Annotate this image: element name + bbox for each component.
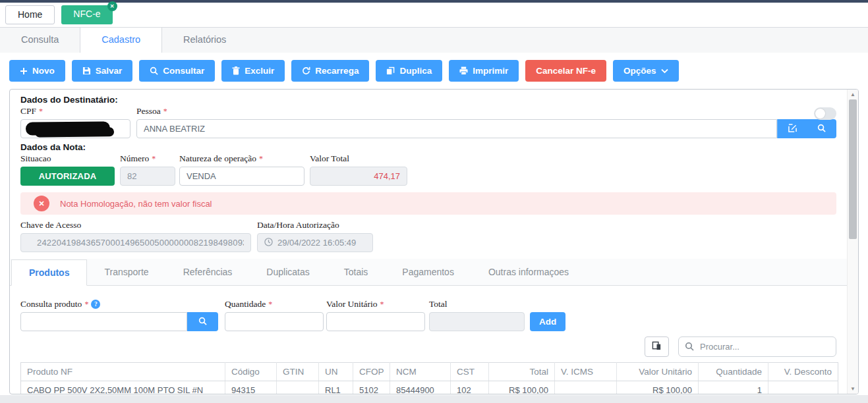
autorizacao-row: Chave de Acesso Data/Hora Autorização 29… xyxy=(20,220,836,252)
cpf-label: CPF* xyxy=(20,106,130,117)
toggle-switch[interactable] xyxy=(814,107,836,120)
valor-unitario-label: Valor Unitário* xyxy=(326,299,425,309)
close-icon[interactable]: ✕ xyxy=(107,1,117,11)
vertical-scrollbar[interactable]: ▲ ▼ xyxy=(847,90,858,394)
alert-message: Nota Homologação, não tem valor fiscal xyxy=(60,199,212,209)
cell-cfop: 5102 xyxy=(353,381,390,395)
search-person-button[interactable] xyxy=(807,119,836,138)
col-total[interactable]: Total xyxy=(489,363,555,381)
quantidade-label: Quantidade* xyxy=(225,299,324,309)
trash-icon xyxy=(232,67,240,75)
scroll-down-arrow[interactable]: ▼ xyxy=(848,384,858,394)
edit-icon xyxy=(788,124,797,134)
numero-label: Número* xyxy=(120,153,175,164)
subtab-pagamentos[interactable]: Pagamentos xyxy=(385,259,471,286)
natureza-label: Natureza de operação* xyxy=(179,153,304,164)
floppy-icon xyxy=(82,67,91,75)
search-icon xyxy=(817,124,826,134)
natureza-input[interactable] xyxy=(179,167,304,186)
edit-person-button[interactable] xyxy=(777,119,807,138)
col-un[interactable]: UN xyxy=(319,363,353,381)
window-tab-nfce-label: NFC-e xyxy=(73,9,100,19)
copy-table-button[interactable] xyxy=(645,336,669,357)
novo-button[interactable]: Novo xyxy=(9,60,65,82)
salvar-button[interactable]: Salvar xyxy=(72,60,133,82)
subtab-duplicatas[interactable]: Duplicatas xyxy=(249,259,326,286)
col-codigo[interactable]: Código xyxy=(225,363,277,381)
imprimir-button[interactable]: Imprimir xyxy=(449,60,519,82)
homologacao-alert: ✕ Nota Homologação, não tem valor fiscal xyxy=(20,192,836,215)
valor-total-input xyxy=(310,167,407,186)
copy-icon xyxy=(652,341,662,353)
quantidade-input[interactable] xyxy=(225,312,324,331)
novo-label: Novo xyxy=(32,66,55,76)
col-v-desconto[interactable]: V. Desconto xyxy=(768,363,838,381)
printer-icon xyxy=(459,67,468,75)
window-tab-home[interactable]: Home xyxy=(5,5,55,24)
cell-gtin xyxy=(277,381,319,395)
salvar-label: Salvar xyxy=(96,66,123,76)
consulta-produto-input[interactable] xyxy=(20,312,187,331)
tab-cadastro[interactable]: Cadastro xyxy=(80,28,162,53)
cell-v-icms xyxy=(555,381,617,395)
consultar-button[interactable]: Consultar xyxy=(139,60,215,82)
question-circle-icon[interactable]: ? xyxy=(91,300,100,309)
x-circle-icon: ✕ xyxy=(34,196,49,211)
table-search-input[interactable] xyxy=(678,336,836,357)
col-cst[interactable]: CST xyxy=(451,363,489,381)
refresh-icon xyxy=(302,67,310,75)
pessoa-label: Pessoa* xyxy=(136,106,836,117)
data-autorizacao-label: Data/Hora Autorização xyxy=(257,220,373,230)
subtab-totais[interactable]: Totais xyxy=(327,259,386,286)
col-valor-unitario[interactable]: Valor Unitário xyxy=(617,363,699,381)
detail-tab-bar: Produtos Transporte Referências Duplicat… xyxy=(10,259,847,286)
opcoes-button[interactable]: Opções xyxy=(613,60,679,82)
excluir-button[interactable]: Excluir xyxy=(221,60,285,82)
subtab-produtos[interactable]: Produtos xyxy=(11,259,87,286)
cancelar-nfe-label: Cancelar NF-e xyxy=(536,66,596,76)
tab-relatorios[interactable]: Relatórios xyxy=(162,28,247,53)
cell-un: RL1 xyxy=(319,381,353,395)
add-button[interactable]: Add xyxy=(530,312,565,331)
table-utility-row xyxy=(20,336,836,357)
chevron-down-icon xyxy=(661,68,668,74)
subtab-referencias[interactable]: Referências xyxy=(166,259,250,286)
module-tab-bar: Consulta Cadastro Relatórios xyxy=(0,27,868,53)
table-header-row: Produto NF Código GTIN UN CFOP NCM CST T… xyxy=(21,363,838,381)
table-row[interactable]: CABO PP 500V 2X2,50MM 100M PTO SIL #N 94… xyxy=(21,381,838,395)
search-icon xyxy=(150,67,158,75)
imprimir-label: Imprimir xyxy=(473,66,508,76)
excluir-label: Excluir xyxy=(245,66,274,76)
scroll-up-arrow[interactable]: ▲ xyxy=(848,90,858,99)
product-search-button[interactable] xyxy=(187,312,218,331)
subtab-outras-informacoes[interactable]: Outras informaçoes xyxy=(471,259,586,286)
clock-icon xyxy=(264,238,273,248)
product-entry-row: Consulta produto* ? Quantidade* xyxy=(20,291,836,331)
page-background-strip xyxy=(0,395,868,403)
cell-cst: 102 xyxy=(451,381,489,395)
status-badge: AUTORIZADA xyxy=(20,167,115,186)
action-toolbar: Novo Salvar Consultar Excluir Recarrega … xyxy=(0,53,868,89)
tab-consulta[interactable]: Consulta xyxy=(0,28,80,53)
col-gtin[interactable]: GTIN xyxy=(277,363,319,381)
col-ncm[interactable]: NCM xyxy=(390,363,451,381)
duplica-button[interactable]: Duplica xyxy=(376,60,442,82)
total-label: Total xyxy=(429,299,525,309)
recarrega-button[interactable]: Recarrega xyxy=(291,60,369,82)
subtab-transporte[interactable]: Transporte xyxy=(87,259,165,286)
col-quantidade[interactable]: Quantidade xyxy=(699,363,768,381)
col-cfop[interactable]: CFOP xyxy=(353,363,390,381)
scrollbar-thumb[interactable] xyxy=(849,99,857,239)
recarrega-label: Recarrega xyxy=(315,66,359,76)
chave-acesso-label: Chave de Acesso xyxy=(20,220,251,230)
chave-acesso-input xyxy=(20,233,251,252)
destinatario-row: CPF* Pessoa* xyxy=(20,106,836,138)
cpf-redaction-mark xyxy=(26,121,110,135)
cancelar-nfe-button[interactable]: Cancelar NF-e xyxy=(525,60,606,82)
window-tab-nfce[interactable]: NFC-e ✕ xyxy=(61,5,112,24)
valor-unitario-input[interactable] xyxy=(326,312,425,331)
data-autorizacao-input: 29/04/2022 16:05:49 xyxy=(257,233,373,252)
pessoa-input[interactable] xyxy=(136,119,777,138)
col-v-icms[interactable]: V. ICMS xyxy=(555,363,617,381)
col-produto-nf[interactable]: Produto NF xyxy=(21,363,225,381)
